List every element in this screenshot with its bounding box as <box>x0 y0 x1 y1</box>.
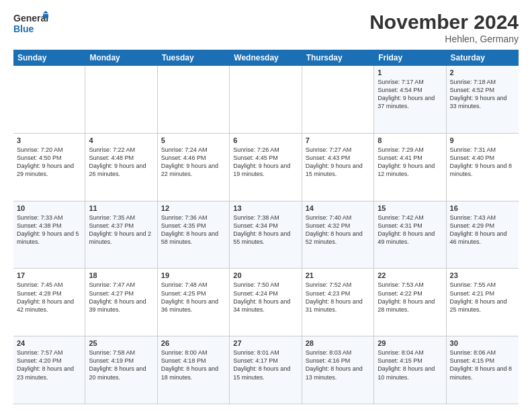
day-info: Sunrise: 7:55 AM Sunset: 4:21 PM Dayligh… <box>450 281 507 312</box>
day-1: 1Sunrise: 7:17 AM Sunset: 4:54 PM Daylig… <box>374 66 446 133</box>
day-number: 22 <box>378 271 442 279</box>
day-number: 3 <box>17 136 81 144</box>
day-number: 27 <box>233 339 298 347</box>
calendar-row-4: 17Sunrise: 7:45 AM Sunset: 4:28 PM Dayli… <box>13 269 519 336</box>
day-number: 29 <box>378 339 442 347</box>
day-info: Sunrise: 8:06 AM Sunset: 4:15 PM Dayligh… <box>450 349 513 380</box>
day-26: 26Sunrise: 8:00 AM Sunset: 4:18 PM Dayli… <box>158 336 230 404</box>
day-number: 12 <box>161 204 226 212</box>
day-8: 8Sunrise: 7:29 AM Sunset: 4:41 PM Daylig… <box>374 134 446 201</box>
day-number: 21 <box>306 271 370 279</box>
day-info: Sunrise: 7:36 AM Sunset: 4:35 PM Dayligh… <box>161 214 218 245</box>
day-info: Sunrise: 7:42 AM Sunset: 4:31 PM Dayligh… <box>378 214 435 245</box>
day-number: 13 <box>233 204 298 212</box>
day-19: 19Sunrise: 7:48 AM Sunset: 4:25 PM Dayli… <box>158 269 230 336</box>
svg-text:Blue: Blue <box>13 24 34 34</box>
day-30: 30Sunrise: 8:06 AM Sunset: 4:15 PM Dayli… <box>447 336 519 404</box>
day-info: Sunrise: 7:24 AM Sunset: 4:46 PM Dayligh… <box>161 146 218 177</box>
day-13: 13Sunrise: 7:38 AM Sunset: 4:34 PM Dayli… <box>230 201 302 269</box>
calendar-body: 1Sunrise: 7:17 AM Sunset: 4:54 PM Daylig… <box>13 66 519 404</box>
logo-svg: General Blue <box>13 11 51 40</box>
day-info: Sunrise: 7:33 AM Sunset: 4:38 PM Dayligh… <box>17 214 79 245</box>
day-info: Sunrise: 7:20 AM Sunset: 4:50 PM Dayligh… <box>17 146 74 177</box>
day-info: Sunrise: 7:58 AM Sunset: 4:19 PM Dayligh… <box>89 349 146 380</box>
day-number: 8 <box>378 136 442 144</box>
day-number: 28 <box>306 339 370 347</box>
header-monday: Monday <box>85 50 157 66</box>
day-9: 9Sunrise: 7:31 AM Sunset: 4:40 PM Daylig… <box>447 134 519 201</box>
day-number: 1 <box>378 68 442 77</box>
day-info: Sunrise: 7:50 AM Sunset: 4:24 PM Dayligh… <box>233 281 290 312</box>
day-10: 10Sunrise: 7:33 AM Sunset: 4:38 PM Dayli… <box>13 201 85 269</box>
day-21: 21Sunrise: 7:52 AM Sunset: 4:23 PM Dayli… <box>302 269 374 336</box>
calendar-row-1: 1Sunrise: 7:17 AM Sunset: 4:54 PM Daylig… <box>13 66 519 134</box>
day-number: 24 <box>17 339 81 347</box>
day-number: 10 <box>17 204 81 212</box>
empty-cell-0-1 <box>85 66 157 133</box>
header-friday: Friday <box>374 50 446 66</box>
day-15: 15Sunrise: 7:42 AM Sunset: 4:31 PM Dayli… <box>374 201 446 269</box>
day-number: 26 <box>161 339 226 347</box>
day-info: Sunrise: 7:52 AM Sunset: 4:23 PM Dayligh… <box>306 281 363 312</box>
month-title: November 2024 <box>369 11 519 34</box>
calendar-header: SundayMondayTuesdayWednesdayThursdayFrid… <box>13 50 519 66</box>
day-12: 12Sunrise: 7:36 AM Sunset: 4:35 PM Dayli… <box>158 201 230 269</box>
day-22: 22Sunrise: 7:53 AM Sunset: 4:22 PM Dayli… <box>374 269 446 336</box>
day-17: 17Sunrise: 7:45 AM Sunset: 4:28 PM Dayli… <box>13 269 85 336</box>
day-5: 5Sunrise: 7:24 AM Sunset: 4:46 PM Daylig… <box>158 134 230 201</box>
day-number: 23 <box>450 271 515 279</box>
empty-cell-0-0 <box>13 66 85 133</box>
day-number: 20 <box>233 271 298 279</box>
header-saturday: Saturday <box>447 50 519 66</box>
day-info: Sunrise: 7:40 AM Sunset: 4:32 PM Dayligh… <box>306 214 363 245</box>
day-info: Sunrise: 8:03 AM Sunset: 4:16 PM Dayligh… <box>306 349 363 380</box>
day-number: 25 <box>89 339 153 347</box>
day-number: 4 <box>89 136 153 144</box>
day-info: Sunrise: 7:48 AM Sunset: 4:25 PM Dayligh… <box>161 281 218 312</box>
day-info: Sunrise: 7:31 AM Sunset: 4:40 PM Dayligh… <box>450 146 513 177</box>
header-sunday: Sunday <box>13 50 85 66</box>
day-16: 16Sunrise: 7:43 AM Sunset: 4:29 PM Dayli… <box>447 201 519 269</box>
day-info: Sunrise: 7:29 AM Sunset: 4:41 PM Dayligh… <box>378 146 435 177</box>
day-info: Sunrise: 7:43 AM Sunset: 4:29 PM Dayligh… <box>450 214 507 245</box>
day-number: 9 <box>450 136 515 144</box>
day-14: 14Sunrise: 7:40 AM Sunset: 4:32 PM Dayli… <box>302 201 374 269</box>
empty-cell-0-3 <box>230 66 302 133</box>
day-info: Sunrise: 7:35 AM Sunset: 4:37 PM Dayligh… <box>89 214 151 245</box>
day-info: Sunrise: 7:38 AM Sunset: 4:34 PM Dayligh… <box>233 214 290 245</box>
day-3: 3Sunrise: 7:20 AM Sunset: 4:50 PM Daylig… <box>13 134 85 201</box>
day-info: Sunrise: 7:27 AM Sunset: 4:43 PM Dayligh… <box>306 146 363 177</box>
day-info: Sunrise: 8:04 AM Sunset: 4:15 PM Dayligh… <box>378 349 435 380</box>
day-number: 2 <box>450 68 515 77</box>
day-number: 30 <box>450 339 515 347</box>
day-number: 19 <box>161 271 226 279</box>
day-24: 24Sunrise: 7:57 AM Sunset: 4:20 PM Dayli… <box>13 336 85 404</box>
day-number: 16 <box>450 204 515 212</box>
calendar-row-3: 10Sunrise: 7:33 AM Sunset: 4:38 PM Dayli… <box>13 201 519 269</box>
calendar: SundayMondayTuesdayWednesdayThursdayFrid… <box>13 50 519 404</box>
day-number: 7 <box>306 136 370 144</box>
calendar-row-2: 3Sunrise: 7:20 AM Sunset: 4:50 PM Daylig… <box>13 134 519 201</box>
empty-cell-0-2 <box>158 66 230 133</box>
calendar-row-5: 24Sunrise: 7:57 AM Sunset: 4:20 PM Dayli… <box>13 336 519 404</box>
day-info: Sunrise: 7:22 AM Sunset: 4:48 PM Dayligh… <box>89 146 146 177</box>
day-4: 4Sunrise: 7:22 AM Sunset: 4:48 PM Daylig… <box>85 134 157 201</box>
day-info: Sunrise: 7:47 AM Sunset: 4:27 PM Dayligh… <box>89 281 146 312</box>
day-number: 11 <box>89 204 153 212</box>
day-23: 23Sunrise: 7:55 AM Sunset: 4:21 PM Dayli… <box>447 269 519 336</box>
day-11: 11Sunrise: 7:35 AM Sunset: 4:37 PM Dayli… <box>85 201 157 269</box>
header-thursday: Thursday <box>302 50 374 66</box>
day-number: 6 <box>233 136 298 144</box>
header-tuesday: Tuesday <box>158 50 230 66</box>
day-28: 28Sunrise: 8:03 AM Sunset: 4:16 PM Dayli… <box>302 336 374 404</box>
day-7: 7Sunrise: 7:27 AM Sunset: 4:43 PM Daylig… <box>302 134 374 201</box>
day-6: 6Sunrise: 7:26 AM Sunset: 4:45 PM Daylig… <box>230 134 302 201</box>
day-18: 18Sunrise: 7:47 AM Sunset: 4:27 PM Dayli… <box>85 269 157 336</box>
day-25: 25Sunrise: 7:58 AM Sunset: 4:19 PM Dayli… <box>85 336 157 404</box>
day-29: 29Sunrise: 8:04 AM Sunset: 4:15 PM Dayli… <box>374 336 446 404</box>
day-number: 5 <box>161 136 226 144</box>
day-2: 2Sunrise: 7:18 AM Sunset: 4:52 PM Daylig… <box>447 66 519 133</box>
day-info: Sunrise: 8:01 AM Sunset: 4:17 PM Dayligh… <box>233 349 290 380</box>
day-number: 18 <box>89 271 153 279</box>
day-info: Sunrise: 7:26 AM Sunset: 4:45 PM Dayligh… <box>233 146 290 177</box>
